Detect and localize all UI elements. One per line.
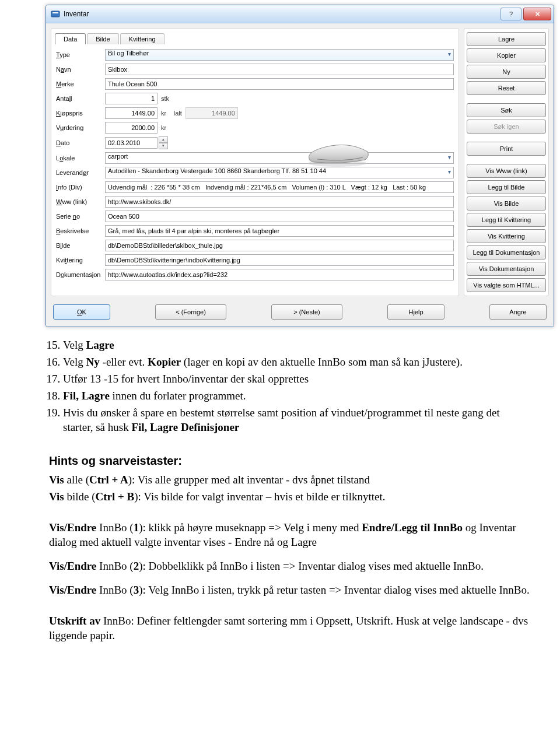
vis-bilde-button[interactable]: Vis Bilde	[467, 197, 546, 211]
label-bilde: Bilde	[56, 242, 105, 249]
close-button[interactable]: ✕	[523, 8, 551, 20]
prev-button[interactable]: < (Forrige)	[155, 304, 226, 320]
label-kjopspris: Kjøpspris	[56, 110, 105, 117]
label-serie: Serie no	[56, 213, 105, 220]
lokale-select[interactable]: carport	[105, 152, 454, 164]
merke-input[interactable]	[105, 78, 454, 90]
svg-rect-0	[51, 11, 60, 17]
unit-kr2: kr	[161, 124, 166, 131]
dato-input[interactable]	[105, 137, 158, 149]
li-19: Hvis du ønsker å spare en bestemt større…	[63, 405, 532, 434]
hint-vis-bilde: Vis bilde (Ctrl + B): Vis bilde for valg…	[49, 489, 532, 504]
label-dokumentasjon: Dokumentasjon	[56, 271, 105, 278]
label-kvittering: Kvittering	[56, 257, 105, 264]
sok-igen-button: Søk igen	[467, 120, 546, 134]
help-button-bottom[interactable]: Hjelp	[387, 304, 444, 320]
date-spinner[interactable]: ▴▾	[159, 136, 168, 149]
print-button[interactable]: Print	[467, 142, 546, 156]
www-input[interactable]	[105, 196, 454, 208]
hint-endre-3: Vis/Endre InnBo (3): Velg InnBo i listen…	[49, 583, 532, 597]
serie-input[interactable]	[105, 211, 454, 222]
type-select[interactable]: Bil og Tilbehør	[105, 49, 454, 61]
li-16: Velg Ny -eller evt. Kopier (lager en kop…	[63, 355, 532, 369]
label-leverandor: Leverandør	[56, 169, 105, 176]
navn-input[interactable]	[105, 64, 454, 75]
svg-rect-1	[52, 12, 58, 13]
form-panel: Data Bilde Kvittering Type Bil og Tilbeh…	[51, 28, 459, 296]
beskrivelse-input[interactable]	[105, 225, 454, 237]
tab-data[interactable]: Data	[55, 33, 86, 44]
unit-kr1: kr	[161, 110, 166, 117]
label-beskrivelse: Beskrivelse	[56, 227, 105, 234]
label-dato: Dato	[56, 139, 105, 146]
ny-button[interactable]: Ny	[467, 65, 546, 79]
unit-stk: stk	[161, 95, 169, 102]
sok-button[interactable]: Søk	[467, 103, 546, 117]
numbered-list: Velg Lagre Velg Ny -eller evt. Kopier (l…	[49, 338, 532, 434]
ialt-output	[186, 107, 238, 119]
bottom-button-bar: OK < (Forrige) > (Neste) Hjelp Angre	[46, 299, 554, 327]
legg-kvittering-button[interactable]: Legg til Kvittering	[467, 213, 546, 227]
leverandor-select[interactable]: Autodillen - Skanderborg Vestergade 100 …	[105, 167, 454, 178]
bilde-input[interactable]	[105, 240, 454, 251]
label-type: Type	[56, 51, 105, 58]
tab-bar: Data Bilde Kvittering	[55, 33, 454, 44]
product-preview	[302, 136, 372, 171]
ok-button[interactable]: OK	[53, 304, 110, 320]
vis-kvittering-button[interactable]: Vis Kvittering	[467, 229, 546, 243]
hints-heading: Hints og snarveistaster:	[49, 453, 532, 468]
legg-dokumentasjon-button[interactable]: Legg til Dokumentasjon	[467, 246, 546, 259]
tab-bilde[interactable]: Bilde	[87, 33, 118, 44]
vis-www-button[interactable]: Vis Www (link)	[467, 164, 546, 178]
next-button[interactable]: > (Neste)	[271, 304, 342, 320]
side-button-panel: Lagre Kopier Ny Reset Søk Søk igen Print…	[464, 28, 549, 296]
article-body: Velg Lagre Velg Ny -eller evt. Kopier (l…	[49, 338, 532, 643]
help-button[interactable]: ?	[501, 8, 522, 20]
antall-input[interactable]	[105, 93, 158, 104]
label-ialt: Ialt	[173, 110, 182, 117]
kopier-button[interactable]: Kopier	[467, 48, 546, 62]
lagre-button[interactable]: Lagre	[467, 32, 546, 46]
tab-kvittering[interactable]: Kvittering	[120, 33, 164, 44]
label-merke: Merke	[56, 80, 105, 87]
dokumentasjon-input[interactable]	[105, 269, 454, 280]
titlebar[interactable]: Inventar ? ✕	[46, 5, 554, 23]
window-title: Inventar	[64, 10, 499, 18]
reset-button[interactable]: Reset	[467, 81, 546, 95]
label-navn: Navn	[56, 66, 105, 73]
label-www: Www (link)	[56, 198, 105, 205]
label-info: Info (Div)	[56, 184, 105, 191]
li-17: Utfør 13 -15 for hvert Innbo/inventar de…	[63, 371, 532, 386]
vurdering-input[interactable]	[105, 122, 158, 134]
li-15: Velg Lagre	[63, 338, 532, 352]
hint-endre-1: Vis/Endre InnBo (1): klikk på høyre muse…	[49, 520, 532, 549]
inventar-dialog: Inventar ? ✕ Data Bilde Kvittering Type …	[46, 5, 554, 327]
label-lokale: Lokale	[56, 155, 105, 162]
app-icon	[51, 9, 60, 19]
angre-button[interactable]: Angre	[489, 304, 547, 320]
label-antall: Antall	[56, 95, 105, 102]
hint-utskrift: Utskrift av InnBo: Definer feltlengder s…	[49, 613, 532, 643]
vis-html-button[interactable]: Vis valgte som HTML...	[467, 278, 546, 292]
vis-dokumentasjon-button[interactable]: Vis Dokumentasjon	[467, 262, 546, 276]
legg-bilde-button[interactable]: Legg til Bilde	[467, 180, 546, 194]
label-vurdering: Vurdering	[56, 124, 105, 131]
li-18: Fil, Lagre innen du forlater programmet.	[63, 388, 532, 403]
kjopspris-input[interactable]	[105, 107, 158, 119]
kvittering-input[interactable]	[105, 254, 454, 266]
info-input[interactable]	[105, 181, 454, 193]
hint-vis-alle: Vis alle (Ctrl + A): Vis alle grupper me…	[49, 472, 532, 487]
hint-endre-2: Vis/Endre InnBo (2): Dobbelklikk på InnB…	[49, 559, 532, 573]
